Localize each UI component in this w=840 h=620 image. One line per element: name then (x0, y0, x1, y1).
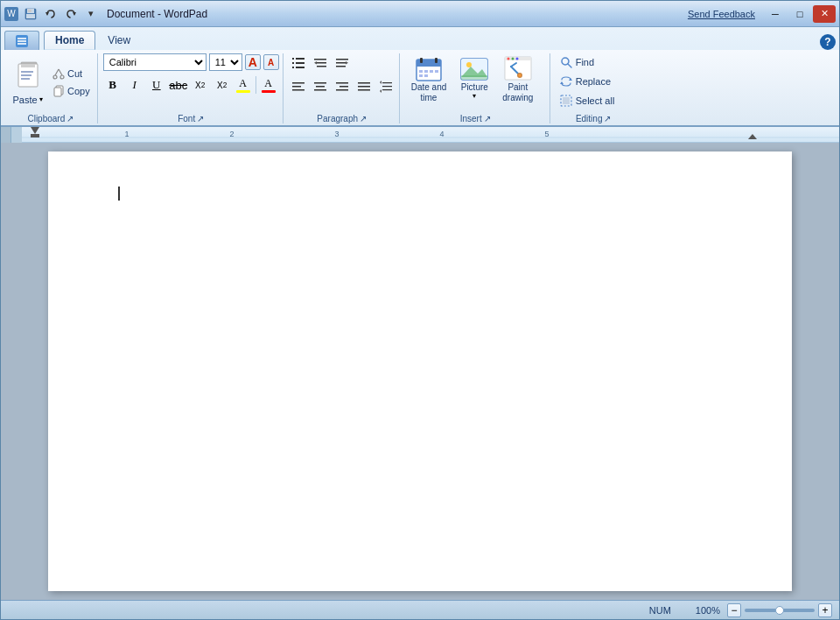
qat-dropdown-button[interactable]: ▾ (82, 6, 100, 22)
help-button[interactable]: ? (820, 34, 836, 50)
datetime-button[interactable]: Date andtime (405, 53, 453, 106)
zoom-control: 100% − + (696, 603, 832, 617)
text-color-button[interactable]: A (260, 75, 277, 95)
svg-rect-9 (18, 43, 26, 45)
svg-rect-83 (563, 97, 570, 104)
line-spacing-button[interactable] (376, 77, 396, 96)
editing-group-content: Find Replace (556, 53, 632, 111)
font-size-select[interactable]: 11 8910 12141618 243648 (209, 53, 242, 71)
clipboard-expand-button[interactable]: ↗ (66, 114, 74, 123)
justify-button[interactable] (354, 77, 374, 96)
svg-text:2: 2 (229, 130, 234, 138)
send-feedback-link[interactable]: Send Feedback (688, 9, 755, 19)
svg-rect-14 (21, 74, 32, 76)
editing-label: Editing ↗ (556, 111, 632, 123)
indent-right-button[interactable] (332, 53, 352, 73)
picture-button[interactable]: Picture ▾ (454, 53, 494, 102)
svg-rect-43 (340, 86, 348, 88)
svg-marker-5 (73, 12, 76, 16)
paste-dropdown-arrow[interactable]: ▾ (39, 95, 43, 103)
document-page[interactable] (48, 151, 792, 591)
copy-label: Copy (67, 86, 90, 96)
replace-button[interactable]: Replace (556, 73, 632, 90)
align-center-button[interactable] (311, 77, 330, 96)
office-button[interactable] (4, 31, 39, 50)
font-family-select[interactable]: Calibri Arial Times New Roman (103, 53, 206, 71)
bold-button[interactable]: B (103, 75, 122, 95)
svg-rect-26 (292, 67, 294, 68)
zoom-in-button[interactable]: + (818, 603, 832, 617)
paragraph-row-1 (289, 53, 352, 73)
svg-rect-8 (18, 40, 26, 42)
align-left-button[interactable] (289, 77, 308, 96)
font-expand-button[interactable]: ↗ (197, 114, 204, 123)
copy-button[interactable]: Copy (49, 83, 94, 99)
cut-button[interactable]: Cut (49, 66, 94, 81)
window-title: Document - WordPad (107, 8, 207, 20)
highlight-color-button[interactable]: A (234, 75, 252, 95)
svg-rect-25 (296, 62, 304, 64)
clipboard-group: Paste ▾ Cut (4, 53, 98, 123)
tab-view[interactable]: View (96, 31, 142, 50)
indent-left-button[interactable] (311, 53, 330, 73)
svg-text:4: 4 (439, 130, 444, 138)
subscript-button[interactable]: X2 (191, 75, 210, 95)
strikethrough-button[interactable]: abc (169, 75, 188, 95)
svg-rect-7 (18, 38, 26, 39)
svg-rect-41 (314, 89, 326, 91)
picture-dropdown[interactable]: ▾ (472, 92, 476, 100)
svg-marker-35 (346, 61, 348, 65)
paste-button[interactable]: Paste ▾ (8, 56, 47, 108)
svg-rect-62 (419, 74, 423, 77)
svg-rect-50 (382, 89, 392, 90)
title-bar-left: W (4, 6, 207, 22)
zoom-slider[interactable] (745, 609, 815, 612)
list-button[interactable] (289, 53, 308, 73)
paragraph-label: Paragraph ↗ (289, 111, 396, 123)
insert-expand-button[interactable]: ↗ (484, 114, 491, 123)
tab-home[interactable]: Home (44, 31, 95, 50)
italic-button[interactable]: I (125, 75, 144, 95)
qat-redo-button[interactable] (62, 6, 80, 22)
document-area[interactable] (1, 143, 839, 600)
maximize-button[interactable]: □ (788, 5, 811, 23)
qat-undo-button[interactable] (42, 6, 60, 22)
ribbon: Home View ? (1, 27, 839, 127)
title-bar-right: Send Feedback ─ □ ✕ (688, 5, 836, 23)
paragraph-group: Paragraph ↗ (285, 53, 400, 123)
find-button[interactable]: Find (556, 53, 632, 71)
close-button[interactable]: ✕ (813, 5, 836, 23)
grow-font-button[interactable]: A (245, 54, 261, 70)
superscript-button[interactable]: X2 (213, 75, 232, 95)
select-all-button[interactable]: Select all (556, 92, 632, 109)
align-right-button[interactable] (332, 77, 352, 96)
underline-button[interactable]: U (147, 75, 166, 95)
paragraph-row-2 (289, 77, 396, 96)
select-all-icon (560, 95, 572, 107)
svg-line-79 (568, 64, 571, 67)
zoom-slider-thumb[interactable] (775, 606, 784, 615)
qat-save-button[interactable] (22, 6, 39, 22)
paste-label-area: Paste ▾ (12, 95, 42, 105)
ruler-margin-left (1, 127, 11, 143)
shrink-font-button[interactable]: A (263, 54, 279, 70)
cut-label: Cut (67, 68, 82, 79)
svg-rect-37 (292, 86, 301, 88)
svg-rect-45 (358, 82, 370, 84)
paint-button[interactable]: Paintdrawing (496, 53, 539, 106)
status-bar: NUM 100% − + (1, 600, 839, 619)
paragraph-expand-button[interactable]: ↗ (360, 114, 367, 123)
font-row-1: Calibri Arial Times New Roman 11 8910 12… (103, 53, 279, 71)
zoom-out-button[interactable]: − (727, 603, 741, 617)
svg-rect-49 (382, 86, 392, 87)
minimize-button[interactable]: ─ (764, 5, 787, 23)
ruler: 1 2 3 4 5 (22, 127, 839, 143)
svg-rect-30 (317, 66, 326, 67)
svg-text:5: 5 (544, 130, 549, 138)
svg-rect-58 (419, 70, 423, 73)
font-group-content: Calibri Arial Times New Roman 11 8910 12… (103, 53, 279, 111)
select-all-label: Select all (576, 95, 615, 106)
document-content[interactable] (48, 151, 792, 537)
quick-access-toolbar: ▾ (22, 6, 100, 22)
editing-expand-button[interactable]: ↗ (604, 114, 611, 123)
